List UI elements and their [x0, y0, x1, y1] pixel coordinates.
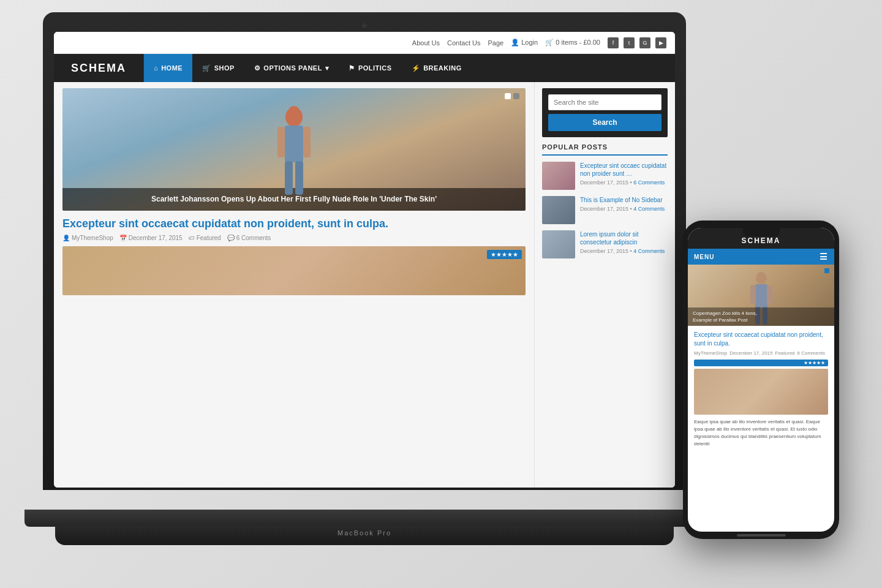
home-icon: ⌂ [154, 64, 158, 72]
svg-rect-4 [303, 127, 311, 157]
hero-image: Scarlett Johansson Opens Up About Her Fi… [62, 88, 526, 211]
phone-hero-overlay: Copenhagen Zoo kills 4 lions, Example of… [688, 307, 834, 326]
search-input[interactable] [548, 94, 662, 110]
phone-home-button[interactable] [737, 534, 786, 537]
nav-items: ⌂ HOME 🛒 SHOP ⚙ OPTIONS PANEL ▾ [144, 54, 675, 82]
phone-body-text: Eaque ipsa quae ab illo inventore verita… [694, 418, 828, 448]
phone-comments: 6 Comments [797, 350, 825, 356]
facebook-icon[interactable]: f [608, 37, 619, 48]
svg-rect-3 [277, 127, 285, 157]
politics-icon: ⚑ [349, 64, 355, 72]
phone-tag: Featured [775, 350, 795, 356]
phone-stars: ★★★★★ [694, 360, 828, 366]
popular-post-info-1: Excepteur sint occaec cupidatat non proi… [580, 162, 668, 190]
laptop-foot: MacBook Pro [55, 526, 674, 545]
nav-shop[interactable]: 🛒 SHOP [192, 54, 244, 82]
popular-post-thumb-2 [542, 196, 575, 224]
popular-post-1: Excepteur sint occaec cupidatat non proi… [542, 162, 668, 190]
svg-rect-10 [767, 285, 772, 304]
nav-home[interactable]: ⌂ HOME [144, 54, 192, 82]
phone-menu-label: MENU [694, 254, 714, 260]
breaking-icon: ⚡ [412, 64, 421, 72]
social-icons: f t G ▶ [608, 37, 666, 48]
laptop-body: About Us Contact Us Page 👤 Login 🛒 0 ite… [43, 12, 686, 490]
site-logo: SCHEMA [54, 54, 144, 82]
popular-posts-title: POPULAR POSTS [542, 143, 668, 156]
phone-notch [743, 228, 780, 236]
search-button[interactable]: Search [548, 114, 662, 131]
login-link[interactable]: 👤 Login [511, 39, 538, 47]
popular-post-info-3: Lorem ipsum dolor sit consectetur adipis… [580, 230, 668, 258]
popular-post-info-2: This is Example of No Sidebar December 1… [580, 196, 668, 224]
laptop-label: MacBook Pro [337, 529, 391, 537]
shop-icon: 🛒 [202, 64, 211, 72]
contact-link[interactable]: Contact Us [447, 39, 480, 47]
phone-article: Excepteur sint occaecat cupidatat non pr… [688, 326, 834, 453]
popular-post-title-1[interactable]: Excepteur sint occaec cupidatat non proi… [580, 162, 668, 178]
phone-slide-dot [824, 268, 829, 273]
cart-link[interactable]: 🛒 0 items - £0.00 [545, 39, 600, 47]
popular-post-meta-2: December 17, 2015 • 4 Comments [580, 206, 668, 212]
slide-dot-1 [505, 93, 511, 99]
page-link[interactable]: Page [488, 39, 503, 47]
nav-breaking[interactable]: ⚡ BREAKING [402, 54, 472, 82]
popular-post-meta-1: December 17, 2015 • 6 Comments [580, 179, 668, 186]
svg-rect-6 [295, 161, 303, 195]
phone-hero: Copenhagen Zoo kills 4 lions, Example of… [688, 265, 834, 326]
popular-post-2: This is Example of No Sidebar December 1… [542, 196, 668, 224]
phone-date: December 17, 2015 [729, 350, 772, 356]
scene: About Us Contact Us Page 👤 Login 🛒 0 ite… [43, 12, 839, 576]
article-title: Excepteur sint occaecat cupidatat non pr… [62, 217, 526, 231]
popular-post-3: Lorem ipsum dolor sit consectetur adipis… [542, 230, 668, 258]
site-main: Scarlett Johansson Opens Up About Her Fi… [54, 82, 675, 488]
nav-politics[interactable]: ⚑ POLITICS [339, 54, 401, 82]
camera-dot [362, 23, 367, 28]
hero-person [273, 104, 315, 198]
twitter-icon[interactable]: t [624, 37, 635, 48]
site-sidebar: Search POPULAR POSTS Excepteur sint occa… [534, 82, 675, 488]
article-comments: 💬 6 Comments [227, 235, 271, 241]
popular-post-meta-3: December 17, 2015 • 4 Comments [580, 248, 668, 254]
laptop: About Us Contact Us Page 👤 Login 🛒 0 ite… [43, 12, 686, 551]
svg-point-1 [289, 106, 299, 113]
options-icon: ⚙ [254, 64, 261, 72]
nav-options[interactable]: ⚙ OPTIONS PANEL ▾ [244, 54, 339, 82]
about-link[interactable]: About Us [412, 39, 440, 47]
site-content: Scarlett Johansson Opens Up About Her Fi… [54, 82, 534, 488]
slide-dots [505, 93, 519, 99]
chevron-down-icon: ▾ [325, 64, 330, 72]
popular-post-title-3[interactable]: Lorem ipsum dolor sit consectetur adipis… [580, 230, 668, 246]
youtube-icon[interactable]: ▶ [655, 37, 666, 48]
popular-post-thumb-1 [542, 162, 575, 190]
svg-rect-2 [285, 126, 303, 162]
slide-dot-2 [513, 93, 519, 99]
phone-article-meta: MyThemeShop December 17, 2015 Featured 6… [694, 350, 828, 356]
article-category: 🏷 Featured [189, 235, 221, 241]
popular-post-title-2[interactable]: This is Example of No Sidebar [580, 196, 668, 204]
svg-rect-8 [755, 284, 767, 307]
laptop-screen: About Us Contact Us Page 👤 Login 🛒 0 ite… [54, 32, 675, 488]
svg-rect-5 [285, 161, 293, 195]
phone-article-title[interactable]: Excepteur sint occaecat cupidatat non pr… [694, 331, 828, 348]
phone-screen: SCHEMA MENU ☰ Copenhagen Zoo kills 4 lio… [688, 228, 834, 532]
svg-rect-9 [750, 285, 756, 304]
googleplus-icon[interactable]: G [639, 37, 650, 48]
laptop-base [24, 510, 704, 527]
phone-hamburger-icon[interactable]: ☰ [820, 252, 828, 262]
popular-post-thumb-3 [542, 230, 575, 258]
site-topbar: About Us Contact Us Page 👤 Login 🛒 0 ite… [54, 32, 675, 54]
article-author: 👤 MyThemeShop [62, 235, 113, 241]
phone-author: MyThemeShop [694, 350, 727, 356]
phone-thumb [694, 369, 828, 415]
phone-menu-bar: MENU ☰ [688, 249, 834, 265]
site-navbar: SCHEMA ⌂ HOME 🛒 SHOP ⚙ OPTIONS PANEL [54, 54, 675, 82]
stars-badge: ★★★★★ [487, 250, 522, 259]
search-widget: Search [542, 88, 668, 137]
article-date: 📅 December 17, 2015 [119, 235, 183, 241]
article-thumb: ★★★★★ [62, 246, 526, 295]
svg-point-7 [756, 272, 767, 284]
article-meta: 👤 MyThemeShop 📅 December 17, 2015 🏷 Feat… [62, 235, 526, 241]
phone: SCHEMA MENU ☰ Copenhagen Zoo kills 4 lio… [683, 221, 839, 539]
